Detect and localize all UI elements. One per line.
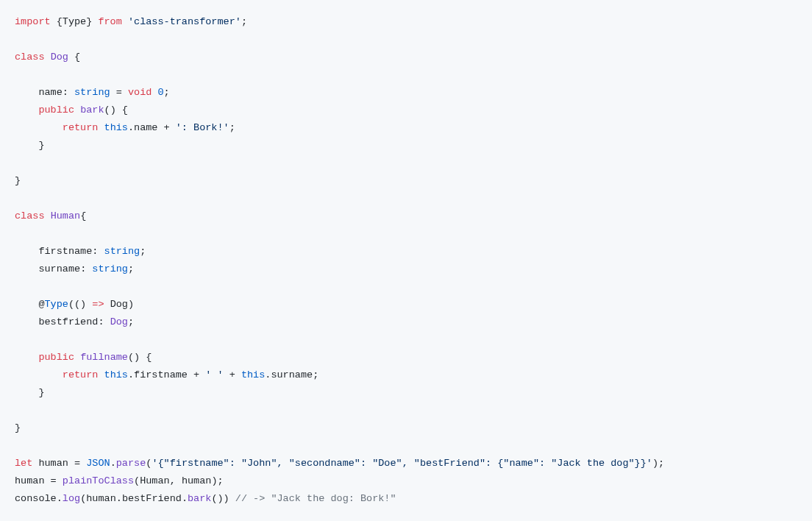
keyword-return: return bbox=[63, 122, 99, 133]
arrow: => bbox=[92, 299, 104, 310]
method-log: log bbox=[63, 493, 80, 504]
keyword-public: public bbox=[38, 352, 74, 363]
prop-surname-ref: surname bbox=[271, 369, 313, 380]
string-bork: ': Bork!' bbox=[176, 122, 229, 133]
var-human: human bbox=[38, 458, 68, 469]
keyword-let: let bbox=[15, 458, 32, 469]
prop-bestfriend: bestfriend bbox=[38, 316, 98, 327]
var-human-ref: human bbox=[86, 493, 116, 504]
keyword-this: this bbox=[241, 369, 265, 380]
prop-name-ref: name bbox=[134, 122, 157, 133]
keyword-return: return bbox=[63, 369, 99, 380]
prop-name: name bbox=[38, 87, 62, 98]
prop-firstname-ref: firstname bbox=[134, 369, 188, 380]
code-block: import {Type} from 'class-transformer'; … bbox=[0, 0, 812, 521]
ident-console: console bbox=[15, 493, 57, 504]
class-human: Human bbox=[51, 210, 81, 221]
string-json-payload: '{"firstname": "John", "secondname": "Do… bbox=[152, 458, 652, 469]
string-module: 'class-transformer' bbox=[128, 16, 241, 27]
type-dog: Dog bbox=[110, 316, 128, 327]
keyword-from: from bbox=[98, 16, 121, 27]
prop-surname: surname bbox=[38, 263, 80, 274]
prop-firstname: firstname bbox=[38, 246, 92, 257]
type-string: string bbox=[104, 246, 140, 257]
method-parse: parse bbox=[116, 458, 146, 469]
string-space: ' ' bbox=[205, 369, 223, 380]
keyword-this: this bbox=[104, 369, 128, 380]
number-zero: 0 bbox=[157, 87, 163, 98]
arg-human-var: human bbox=[182, 475, 212, 486]
ident-type: Type bbox=[63, 16, 86, 27]
keyword-this: this bbox=[104, 122, 128, 133]
arg-human-class: Human bbox=[140, 475, 170, 486]
method-bark-call: bark bbox=[188, 493, 211, 504]
var-human-reassign: human bbox=[15, 475, 45, 486]
keyword-class: class bbox=[15, 52, 45, 63]
keyword-class: class bbox=[15, 210, 45, 221]
method-bark: bark bbox=[80, 104, 104, 116]
ident-json: JSON bbox=[86, 458, 110, 469]
keyword-import: import bbox=[15, 16, 51, 27]
keyword-public: public bbox=[38, 104, 74, 116]
type-string: string bbox=[92, 263, 128, 274]
decorator-type: Type bbox=[45, 299, 68, 310]
ref-dog: Dog bbox=[110, 299, 128, 310]
method-fullname: fullname bbox=[80, 352, 128, 363]
prop-bestfriend-ref: bestFriend bbox=[122, 493, 182, 504]
type-string: string bbox=[74, 87, 110, 98]
fn-plaintoclass: plainToClass bbox=[63, 475, 134, 486]
comment-output: // -> "Jack the dog: Bork!" bbox=[235, 493, 396, 504]
keyword-void: void bbox=[128, 87, 152, 98]
class-dog: Dog bbox=[51, 52, 68, 63]
